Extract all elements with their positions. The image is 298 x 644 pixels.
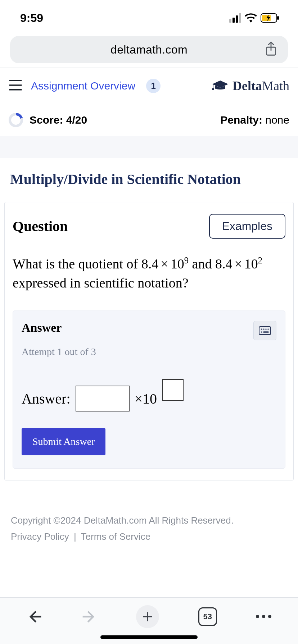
- examples-button[interactable]: Examples: [209, 214, 286, 239]
- answer-box: Answer Attempt 1 out of 3 Answer: ×10 Su…: [13, 310, 285, 469]
- new-tab-button[interactable]: [136, 605, 159, 628]
- page-title: Multiply/Divide in Scientific Notation: [0, 158, 298, 202]
- assignment-overview-link[interactable]: Assignment Overview: [31, 80, 135, 92]
- svg-point-10: [261, 329, 262, 330]
- question-heading: Question: [13, 218, 68, 235]
- svg-rect-15: [263, 332, 269, 333]
- terms-link[interactable]: Terms of Service: [81, 531, 151, 542]
- submit-answer-button[interactable]: Submit Answer: [22, 428, 105, 455]
- share-icon[interactable]: [264, 41, 278, 58]
- copyright-text: Copyright ©2024 DeltaMath.com All Rights…: [11, 515, 287, 526]
- browser-address-bar-wrap: deltamath.com: [0, 36, 298, 68]
- status-time: 9:59: [20, 12, 43, 25]
- times-ten-label: ×10: [135, 390, 157, 407]
- assignment-count-badge: 1: [146, 79, 161, 93]
- browser-address-text: deltamath.com: [110, 43, 188, 56]
- content-gap: [0, 136, 298, 158]
- more-icon[interactable]: [256, 615, 271, 618]
- home-indicator[interactable]: [100, 635, 198, 639]
- footer: Copyright ©2024 DeltaMath.com All Rights…: [0, 480, 298, 542]
- forward-button[interactable]: [81, 609, 97, 625]
- exponent-input[interactable]: [162, 379, 184, 401]
- status-icons: [229, 13, 280, 23]
- svg-point-14: [261, 332, 262, 333]
- keypad-icon[interactable]: [253, 321, 276, 340]
- status-bar: 9:59: [0, 0, 298, 36]
- question-card: Question Examples What is the quotient o…: [4, 202, 294, 480]
- svg-point-13: [267, 329, 268, 330]
- graduation-cap-icon: [212, 80, 229, 92]
- answer-title: Answer: [22, 321, 62, 335]
- battery-charging-icon: [261, 13, 280, 23]
- coefficient-input[interactable]: [76, 386, 130, 411]
- wifi-icon: [245, 13, 257, 23]
- score-label: Score: 4/20: [30, 114, 87, 126]
- svg-point-12: [265, 329, 266, 330]
- app-header: Assignment Overview 1 DeltaMath: [0, 68, 298, 104]
- svg-rect-1: [277, 16, 279, 20]
- svg-rect-9: [259, 327, 271, 335]
- answer-input-row: Answer: ×10: [22, 379, 276, 411]
- logo-text: DeltaMath: [232, 78, 289, 93]
- deltamath-logo[interactable]: DeltaMath: [212, 78, 289, 93]
- footer-separator: |: [72, 531, 78, 542]
- back-button[interactable]: [27, 609, 42, 625]
- progress-spinner-icon: [9, 113, 23, 127]
- svg-point-11: [263, 329, 264, 330]
- tabs-button[interactable]: 53: [198, 607, 217, 626]
- penalty-label: Penalty: none: [220, 114, 289, 126]
- attempt-counter: Attempt 1 out of 3: [22, 346, 276, 358]
- menu-icon[interactable]: [9, 79, 22, 92]
- cellular-icon: [229, 13, 241, 23]
- answer-label: Answer:: [22, 390, 71, 407]
- score-bar: Score: 4/20 Penalty: none: [0, 104, 298, 136]
- browser-address-bar[interactable]: deltamath.com: [10, 36, 288, 63]
- question-text: What is the quotient of 8.4×109 and 8.4×…: [13, 254, 285, 293]
- privacy-policy-link[interactable]: Privacy Policy: [11, 531, 69, 542]
